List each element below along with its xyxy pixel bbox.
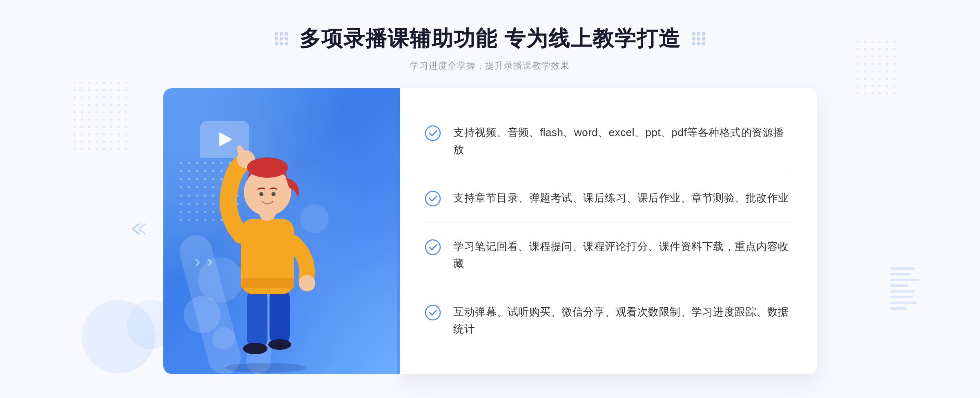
dot-pattern-right: const dp2 = document.currentScript.paren… xyxy=(857,41,898,97)
feature-text-4: 互动弹幕、试听购买、微信分享、观看次数限制、学习进度跟踪、数据统计 xyxy=(453,304,792,338)
header-grid-icon-right xyxy=(692,32,705,45)
svg-point-9 xyxy=(299,275,315,291)
svg-text:›: › xyxy=(206,250,213,272)
svg-point-13 xyxy=(259,192,263,196)
svg-rect-6 xyxy=(241,278,294,288)
feature-text-3: 学习笔记回看、课程提问、课程评论打分、课件资料下载，重点内容收藏 xyxy=(453,238,792,272)
feature-item-2: 支持章节目录、弹题考试、课后练习、课后作业、章节测验、批改作业 xyxy=(425,174,792,223)
svg-text:›: › xyxy=(194,250,200,272)
person-illustration: › › xyxy=(188,137,343,374)
deco-circle-illus-2 xyxy=(212,327,235,349)
feature-item-4: 互动弹幕、试听购买、微信分享、观看次数限制、学习进度跟踪、数据统计 xyxy=(425,288,792,353)
features-panel: 支持视频、音频、flash、word、excel、ppt、pdf等各种格式的资源… xyxy=(400,88,817,374)
page-subtitle: 学习进度全掌握，提升录播课教学效果 xyxy=(299,60,681,72)
stripe-decoration xyxy=(890,267,915,316)
page-title: 多项录播课辅助功能 专为线上教学打造 xyxy=(299,25,681,53)
svg-point-21 xyxy=(425,240,440,255)
check-icon-3 xyxy=(425,239,441,255)
svg-point-22 xyxy=(425,305,440,320)
page-container: const dp1 = document.currentScript.paren… xyxy=(0,0,980,398)
content-area: const id1 = document.currentScript.paren… xyxy=(163,88,817,374)
svg-rect-1 xyxy=(247,288,267,349)
feature-text-2: 支持章节目录、弹题考试、课后练习、课后作业、章节测验、批改作业 xyxy=(453,190,789,207)
svg-point-12 xyxy=(247,157,288,178)
svg-point-16 xyxy=(300,204,329,233)
check-icon-1 xyxy=(425,125,441,141)
svg-point-19 xyxy=(425,126,440,141)
deco-circle-illus-1 xyxy=(184,296,220,333)
feature-item-1: 支持视频、音频、flash、word、excel、ppt、pdf等各种格式的资源… xyxy=(425,109,792,174)
arrow-left-decoration xyxy=(131,221,151,241)
svg-point-3 xyxy=(243,343,267,354)
svg-point-14 xyxy=(272,192,276,196)
svg-point-20 xyxy=(425,191,440,206)
check-icon-4 xyxy=(425,304,441,321)
illustration-panel: const id1 = document.currentScript.paren… xyxy=(163,88,400,374)
check-icon-2 xyxy=(425,190,441,207)
header-grid-icon-left xyxy=(275,32,288,45)
svg-point-0 xyxy=(225,363,306,373)
feature-item-3: 学习笔记回看、课程提问、课程评论打分、课件资料下载，重点内容收藏 xyxy=(425,223,792,288)
feature-text-1: 支持视频、音频、flash、word、excel、ppt、pdf等各种格式的资源… xyxy=(453,124,792,158)
svg-point-4 xyxy=(268,339,291,350)
svg-point-15 xyxy=(198,257,243,302)
svg-rect-2 xyxy=(270,288,290,345)
header-section: 多项录播课辅助功能 专为线上教学打造 学习进度全掌握，提升录播课教学效果 xyxy=(299,0,681,72)
panel-divider xyxy=(397,88,400,374)
dot-pattern-left: const dp1 = document.currentScript.paren… xyxy=(74,82,130,153)
